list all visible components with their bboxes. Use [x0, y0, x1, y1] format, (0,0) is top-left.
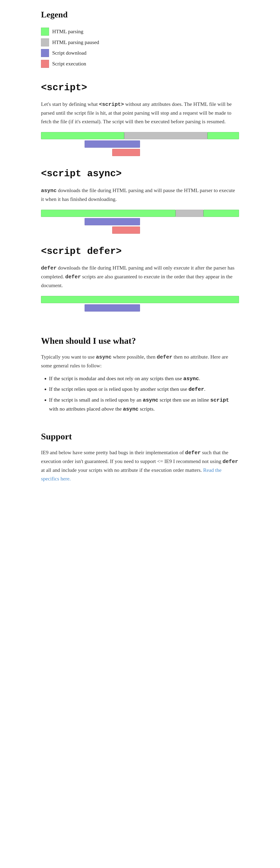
support-section: Support IE9 and below have some pretty b… — [41, 430, 239, 483]
legend-label-html-parsing: HTML parsing — [52, 27, 84, 36]
diag2-script-execution-bar — [112, 226, 140, 234]
script-code-inline: <script> — [99, 101, 124, 107]
diag2-html-parsing-bar2 — [204, 210, 239, 217]
diag2-html-parsing-bar1 — [41, 210, 176, 217]
legend-item-script-download: Script download — [41, 49, 239, 57]
when-rule2-defer-code: defer — [188, 386, 204, 392]
legend-section: Legend HTML parsing HTML parsing paused … — [41, 8, 239, 68]
when-section-title: When should I use what? — [41, 334, 239, 348]
support-read-more-link[interactable]: Read the specifics here. — [41, 467, 222, 482]
when-section-intro: Typically you want to use async where po… — [41, 353, 239, 370]
diag3-html-parsing-bar — [41, 296, 239, 303]
when-section: When should I use what? Typically you wa… — [41, 334, 239, 413]
legend-label-script-download: Script download — [52, 49, 86, 57]
defer-code-inline1: defer — [41, 265, 57, 271]
diag3-script-download-bar — [85, 304, 140, 312]
when-rule-3: If the script is small and is relied upo… — [49, 396, 239, 413]
defer-diagram — [41, 296, 239, 318]
when-rule-2: If the script relies upon or is relied u… — [49, 385, 239, 394]
script-diagram — [41, 132, 239, 154]
legend-label-script-execution: Script execution — [52, 60, 86, 68]
async-code-inline: async — [41, 188, 57, 194]
legend-swatch-green — [41, 28, 49, 36]
diag2-script-download-bar — [85, 218, 140, 225]
legend-item-html-parsing: HTML parsing — [41, 27, 239, 36]
diag1-script-download-bar — [85, 141, 140, 148]
legend-swatch-blue — [41, 49, 49, 57]
legend-item-script-execution: Script execution — [41, 60, 239, 68]
when-rule1-async-code: async — [183, 376, 199, 382]
defer-section-description: defer downloads the file during HTML par… — [41, 264, 239, 290]
support-section-title: Support — [41, 430, 239, 444]
diag1-html-parsing-bar2 — [208, 132, 239, 139]
legend-label-html-paused: HTML parsing paused — [52, 38, 99, 46]
defer-section: <script defer> defer downloads the file … — [41, 244, 239, 318]
when-defer-code: defer — [157, 354, 173, 360]
defer-section-title: <script defer> — [41, 244, 239, 259]
when-rules-list: If the script is modular and does not re… — [49, 374, 239, 413]
async-section: <script async> async downloads the file … — [41, 166, 239, 232]
diag1-html-parsing-bar1 — [41, 132, 124, 139]
when-rule3-async-code: async — [143, 397, 158, 403]
defer-code-inline2: defer — [65, 274, 81, 280]
when-async-code: async — [96, 354, 112, 360]
diag1-script-execution-bar — [112, 149, 140, 156]
legend-item-html-paused: HTML parsing paused — [41, 38, 239, 46]
script-section-description: Let's start by defining what <script> wi… — [41, 100, 239, 126]
legend-title: Legend — [41, 8, 239, 22]
diag1-html-paused-bar — [124, 132, 208, 139]
when-rule-1: If the script is modular and does not re… — [49, 374, 239, 383]
diag2-html-paused-bar — [176, 210, 204, 217]
support-section-description: IE9 and below have some pretty bad bugs … — [41, 448, 239, 483]
legend-swatch-red — [41, 60, 49, 68]
script-section: <script> Let's start by defining what <s… — [41, 80, 239, 154]
support-defer-code2: defer — [223, 459, 238, 465]
when-rule3-async-code2: async — [123, 406, 138, 412]
async-section-title: <script async> — [41, 166, 239, 182]
support-defer-code1: defer — [185, 450, 201, 456]
when-rule3-em: above — [102, 406, 114, 412]
when-rule3-script-code: script — [210, 397, 229, 403]
async-diagram — [41, 210, 239, 232]
legend-swatch-gray — [41, 38, 49, 46]
async-section-description: async downloads the file during HTML par… — [41, 186, 239, 204]
script-section-title: <script> — [41, 80, 239, 95]
